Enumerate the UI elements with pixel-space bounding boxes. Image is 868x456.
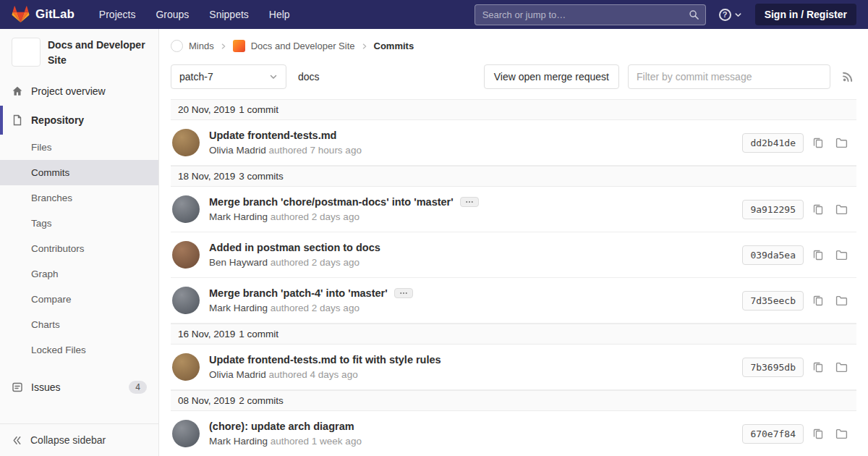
browse-files-button[interactable]	[833, 425, 851, 443]
commit-title-link[interactable]: Merge branch 'chore/postman-docs' into '…	[209, 196, 454, 208]
commit-title-link[interactable]: (chore): update arch diagram	[209, 421, 354, 432]
sidebar-item-commits[interactable]: Commits	[0, 160, 158, 185]
commit-sha[interactable]: 670e7f84	[742, 424, 804, 444]
commit-date: 18 Nov, 2019	[178, 171, 235, 182]
commit-author-link[interactable]: Ben Hayward	[209, 257, 268, 268]
breadcrumb-project[interactable]: Docs and Developer Site	[251, 41, 355, 51]
commit-sha[interactable]: dd2b41de	[742, 133, 804, 153]
breadcrumb-group[interactable]: Minds	[189, 41, 214, 51]
folder-icon	[835, 137, 848, 149]
commit-date-header: 20 Nov, 2019 1 commit	[171, 99, 856, 120]
commit-sha[interactable]: 7d35eecb	[742, 291, 804, 311]
commit-row: (chore): update arch diagram Mark Hardin…	[171, 411, 856, 456]
browse-files-button[interactable]	[833, 292, 851, 310]
commit-sha[interactable]: 039da5ea	[742, 245, 804, 265]
brand-text: GitLab	[35, 7, 75, 22]
commit-row: Update frontend-tests.md to fit with sty…	[171, 345, 856, 390]
sign-in-button[interactable]: Sign in / Register	[755, 4, 856, 25]
commit-sha[interactable]: 7b3695db	[742, 358, 804, 377]
gitlab-logo[interactable]: GitLab	[12, 6, 75, 23]
project-header[interactable]: Docs and Developer Site	[0, 29, 158, 77]
path-breadcrumb[interactable]: docs	[298, 71, 320, 83]
copy-icon	[812, 295, 824, 306]
avatar[interactable]	[172, 195, 200, 223]
folder-icon	[835, 361, 848, 373]
browse-files-button[interactable]	[833, 358, 851, 376]
browse-files-button[interactable]	[833, 134, 851, 152]
commit-author-link[interactable]: Olivia Madrid	[209, 369, 266, 380]
sidebar-item-locked-files[interactable]: Locked Files	[0, 337, 158, 363]
sidebar-item-project-overview[interactable]: Project overview	[0, 77, 158, 106]
copy-sha-button[interactable]	[809, 292, 827, 309]
commit-date-header: 18 Nov, 2019 3 commits	[171, 166, 856, 187]
ellipsis-icon	[464, 200, 475, 204]
sidebar-item-compare[interactable]: Compare	[0, 287, 158, 312]
nav-help[interactable]: Help	[269, 9, 290, 20]
commit-title-link[interactable]: Update frontend-tests.md to fit with sty…	[209, 354, 441, 366]
branch-selector[interactable]: patch-7	[171, 64, 286, 89]
breadcrumb-current: Commits	[374, 41, 414, 51]
avatar[interactable]	[172, 241, 200, 269]
main-content: Minds Docs and Developer Site Commits pa…	[159, 29, 868, 456]
tanuki-icon	[12, 6, 30, 23]
issues-icon	[12, 381, 23, 393]
sidebar-item-graph[interactable]: Graph	[0, 261, 158, 287]
sidebar-item-repository[interactable]: Repository	[0, 106, 158, 135]
commit-author-link[interactable]: Mark Harding	[209, 303, 268, 313]
commit-date-header: 16 Nov, 2019 1 commit	[171, 324, 856, 345]
copy-sha-button[interactable]	[809, 134, 827, 151]
commit-time: authored 1 week ago	[271, 436, 362, 447]
commit-sha[interactable]: 9a912295	[742, 200, 804, 219]
commit-author-link[interactable]: Mark Harding	[209, 211, 268, 222]
toggle-commit-description-button[interactable]	[394, 288, 413, 298]
branch-name: patch-7	[179, 71, 213, 83]
sidebar: Docs and Developer Site Project overview…	[0, 29, 159, 456]
view-open-merge-request-button[interactable]: View open merge request	[484, 64, 619, 89]
commits-controls: patch-7 docs View open merge request	[159, 59, 868, 99]
copy-sha-button[interactable]	[809, 358, 827, 376]
commit-count: 2 commits	[239, 395, 284, 406]
browse-files-button[interactable]	[833, 246, 851, 264]
sidebar-item-issues[interactable]: Issues 4	[0, 372, 158, 402]
sidebar-item-charts[interactable]: Charts	[0, 312, 158, 337]
commit-title-link[interactable]: Merge branch 'patch-4' into 'master'	[209, 287, 388, 299]
nav-projects[interactable]: Projects	[99, 9, 136, 20]
avatar[interactable]	[172, 129, 200, 156]
copy-icon	[812, 137, 824, 148]
commit-row: Added in postman section to docs Ben Hay…	[171, 232, 856, 278]
chevron-down-icon	[269, 72, 278, 81]
commit-count: 1 commit	[239, 329, 278, 339]
document-icon	[12, 114, 23, 126]
nav-groups[interactable]: Groups	[156, 9, 189, 20]
commit-author-link[interactable]: Mark Harding	[209, 436, 268, 447]
copy-icon	[812, 203, 824, 215]
copy-sha-button[interactable]	[809, 246, 827, 263]
sidebar-item-files[interactable]: Files	[0, 135, 158, 160]
filter-commit-message-input[interactable]	[628, 64, 830, 89]
nav-snippets[interactable]: Snippets	[209, 9, 248, 20]
folder-icon	[835, 295, 848, 307]
sidebar-item-branches[interactable]: Branches	[0, 185, 158, 211]
rss-feed-button[interactable]	[839, 68, 856, 85]
commit-title-link[interactable]: Added in postman section to docs	[209, 242, 380, 253]
sidebar-item-tags[interactable]: Tags	[0, 211, 158, 236]
commit-title-link[interactable]: Update frontend-tests.md	[209, 130, 336, 141]
sidebar-item-contributors[interactable]: Contributors	[0, 236, 158, 261]
commit-row: Update frontend-tests.md Olivia Madrid a…	[171, 120, 856, 166]
avatar[interactable]	[172, 353, 200, 381]
help-menu[interactable]: ?	[719, 9, 742, 21]
collapse-sidebar-button[interactable]: Collapse sidebar	[0, 423, 158, 456]
commit-author-link[interactable]: Olivia Madrid	[209, 145, 266, 156]
commit-time: authored 2 days ago	[271, 211, 359, 222]
commit-date-header: 08 Nov, 2019 2 commits	[171, 390, 856, 411]
browse-files-button[interactable]	[833, 200, 851, 219]
toggle-commit-description-button[interactable]	[460, 197, 479, 207]
avatar[interactable]	[172, 287, 200, 314]
breadcrumb: Minds Docs and Developer Site Commits	[159, 29, 868, 59]
copy-sha-button[interactable]	[809, 425, 827, 442]
search-input[interactable]	[475, 4, 706, 25]
project-title: Docs and Developer Site	[48, 38, 147, 68]
commit-time: authored 2 days ago	[271, 303, 359, 313]
copy-sha-button[interactable]	[809, 200, 827, 218]
avatar[interactable]	[172, 420, 200, 447]
